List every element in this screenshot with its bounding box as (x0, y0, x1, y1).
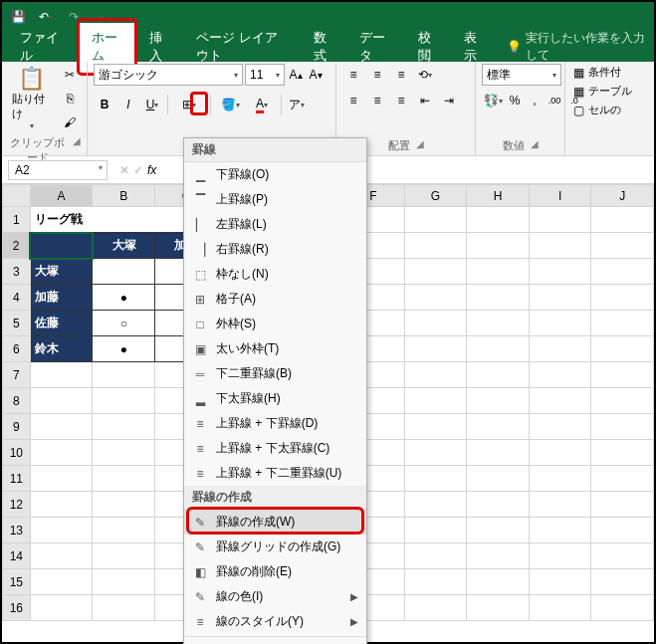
phonetic-button[interactable]: ア▾ (286, 94, 308, 115)
number-format-select[interactable]: 標準▾ (482, 64, 561, 86)
row-header[interactable]: 10 (3, 440, 31, 466)
currency-button[interactable]: 💱▾ (482, 90, 504, 111)
cut-button[interactable]: ✂ (59, 64, 81, 86)
border-right-item[interactable]: ▕右罫線(R) (184, 237, 366, 262)
draw-border-item[interactable]: ✎罫線の作成(W) (184, 510, 366, 535)
ribbon-group-clipboard: 📋 貼り付け ▾ ✂ ⎘ 🖌 クリップボード◢ (2, 62, 88, 155)
row-header[interactable]: 15 (3, 569, 31, 595)
row-header[interactable]: 12 (3, 492, 31, 518)
bold-button[interactable]: B (94, 94, 115, 115)
row-header[interactable]: 5 (3, 311, 31, 336)
decrease-decimal-button[interactable]: .0 (565, 90, 583, 111)
italic-button[interactable]: I (117, 94, 139, 115)
name-box[interactable]: A2 ▾ (8, 160, 108, 180)
align-left-button[interactable]: ≡ (342, 90, 364, 111)
column-header[interactable]: I (529, 185, 590, 207)
paste-button[interactable]: 📋 貼り付け ▾ (8, 64, 55, 132)
row-header[interactable]: 14 (3, 543, 31, 569)
erase-border-item[interactable]: ◧罫線の削除(E) (184, 559, 366, 584)
border-top-double-bottom-item[interactable]: ≡上罫線 + 下二重罫線(U) (184, 461, 366, 486)
row-header[interactable]: 2 (3, 233, 31, 259)
row-header[interactable]: 9 (3, 414, 31, 440)
row-header[interactable]: 3 (3, 259, 31, 285)
active-cell[interactable] (30, 233, 93, 259)
cell[interactable]: ○ (93, 311, 155, 336)
font-color-button[interactable]: A▾ (247, 94, 277, 115)
cell[interactable]: 加藤 (30, 285, 93, 311)
line-style-item[interactable]: ≡線のスタイル(Y)▶ (184, 609, 366, 634)
dialog-launcher-icon[interactable]: ◢ (531, 138, 539, 153)
border-left-item[interactable]: ▏左罫線(L) (184, 212, 366, 237)
cell[interactable]: 大塚 (30, 259, 93, 285)
border-double-bottom-item[interactable]: ═下二重罫線(B) (184, 361, 366, 386)
border-bottom-icon: ▁ (192, 167, 208, 183)
tell-me-search[interactable]: 💡 実行したい作業を入力して (507, 30, 648, 64)
orientation-button[interactable]: ⟲▾ (414, 64, 436, 86)
redo-icon[interactable]: ↷ (64, 7, 84, 27)
border-thick-bottom-icon: ▂ (192, 391, 208, 407)
border-thick-item[interactable]: ▣太い外枠(T) (184, 336, 366, 361)
row-header[interactable]: 16 (3, 595, 31, 621)
format-painter-button[interactable]: 🖌 (59, 111, 81, 133)
border-tdb-icon: ≡ (192, 466, 208, 482)
align-center-button[interactable]: ≡ (366, 90, 388, 111)
border-outside-item[interactable]: □外枠(S) (184, 312, 366, 336)
fill-color-button[interactable]: 🪣▾ (215, 94, 245, 115)
borders-button[interactable]: ⊞▾ (172, 94, 206, 115)
cell[interactable]: 大塚 (93, 233, 155, 259)
comma-button[interactable]: , (526, 90, 544, 111)
more-borders-item[interactable]: ⊞その他の罫線(M)... (184, 639, 366, 644)
draw-border-grid-item[interactable]: ✎罫線グリッドの作成(G) (184, 535, 366, 559)
row-header[interactable]: 8 (3, 388, 31, 414)
dialog-launcher-icon[interactable]: ◢ (416, 138, 424, 153)
row-header[interactable]: 4 (3, 285, 31, 311)
column-header[interactable]: B (93, 185, 155, 207)
cell[interactable]: ● (93, 285, 155, 311)
align-bottom-button[interactable]: ≡ (390, 64, 412, 86)
border-top-bottom-item[interactable]: ≡上罫線 + 下罫線(D) (184, 411, 366, 436)
border-top-icon: ▔ (192, 192, 208, 208)
row-header[interactable]: 13 (3, 518, 31, 543)
border-top-item[interactable]: ▔上罫線(P) (184, 187, 366, 212)
font-size-select[interactable]: 11▾ (245, 64, 285, 86)
decrease-indent-button[interactable]: ⇤ (414, 90, 436, 111)
ribbon-tabs: ファイル ホーム 挿入 ページ レイアウト 数式 データ 校閲 表示 💡 実行し… (2, 32, 654, 62)
row-header[interactable]: 6 (3, 336, 31, 362)
cell[interactable]: 鈴木 (30, 336, 93, 362)
increase-indent-button[interactable]: ⇥ (438, 90, 460, 111)
border-top-thick-bottom-item[interactable]: ≡上罫線 + 下太罫線(C) (184, 436, 366, 461)
copy-button[interactable]: ⎘ (59, 88, 81, 109)
row-header[interactable]: 11 (3, 466, 31, 492)
border-bottom-item[interactable]: ▁下罫線(O) (184, 162, 366, 187)
border-all-item[interactable]: ⊞格子(A) (184, 287, 366, 312)
conditional-format-button[interactable]: ▦条件付 (571, 64, 623, 81)
cell[interactable]: 佐藤 (30, 311, 93, 336)
line-color-item[interactable]: ✎線の色(I)▶ (184, 584, 366, 609)
border-thick-bottom-item[interactable]: ▂下太罫線(H) (184, 386, 366, 411)
cancel-icon[interactable]: ✕ (119, 163, 129, 177)
border-none-item[interactable]: ⬚枠なし(N) (184, 262, 366, 287)
row-header[interactable]: 1 (3, 207, 31, 233)
tell-me-label: 実行したい作業を入力して (526, 30, 648, 64)
underline-button[interactable]: U▾ (141, 94, 163, 115)
align-top-button[interactable]: ≡ (342, 64, 364, 86)
align-middle-button[interactable]: ≡ (366, 64, 388, 86)
increase-decimal-button[interactable]: .00 (546, 90, 563, 111)
increase-font-button[interactable]: A▴ (287, 64, 305, 86)
check-icon[interactable]: ✓ (133, 163, 143, 177)
decrease-font-button[interactable]: A▾ (307, 64, 325, 86)
column-header[interactable]: H (467, 185, 530, 207)
font-name-select[interactable]: 游ゴシック▾ (94, 64, 243, 86)
column-header[interactable]: J (591, 185, 654, 207)
row-header[interactable]: 7 (3, 362, 31, 388)
column-header[interactable]: A (30, 185, 93, 207)
cell[interactable]: ● (93, 336, 155, 362)
chevron-down-icon[interactable]: ▾ (99, 163, 103, 172)
select-all-corner[interactable] (3, 185, 31, 207)
align-right-button[interactable]: ≡ (390, 90, 412, 111)
border-tb-icon: ≡ (192, 416, 208, 432)
column-header[interactable]: G (404, 185, 467, 207)
cell[interactable] (93, 259, 155, 285)
percent-button[interactable]: % (506, 90, 524, 111)
fx-icon[interactable]: fx (147, 163, 156, 177)
